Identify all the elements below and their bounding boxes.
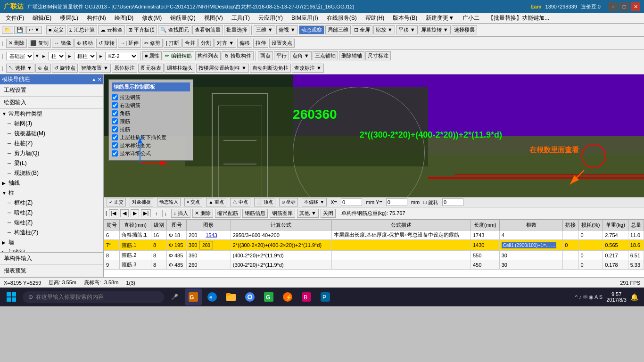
menu-item-h[interactable]: 帮助(H) xyxy=(362,13,388,23)
dynamic-obs-button[interactable]: 动态观察 xyxy=(299,25,324,34)
midpoint-btn[interactable]: △ 中点 xyxy=(230,198,250,206)
taskbar-app-explorer[interactable] xyxy=(223,288,239,305)
element-list-button[interactable]: 构件列表 xyxy=(195,51,221,60)
calc-button[interactable]: Σ 汇总计算 xyxy=(67,25,97,34)
floor-selector[interactable]: 基础层 xyxy=(6,52,34,60)
edit-rebar-button[interactable]: ✏ 编辑钢筋 xyxy=(163,51,194,60)
tree-item-13[interactable]: ▶墙 xyxy=(0,238,103,247)
nav-down-button[interactable]: ↓ xyxy=(162,210,170,217)
rebar-checkbox-7[interactable] xyxy=(112,150,118,156)
set-grip-button[interactable]: 设置夹点 xyxy=(269,39,295,48)
merge-button[interactable]: 合并 xyxy=(182,39,198,48)
auto-corner-button[interactable]: 自动判断边角柱 xyxy=(250,64,291,73)
table-row[interactable]: 6 角箍插筋.1 16 Φ 18 2001543 2950/3+600-40+2… xyxy=(104,230,644,240)
pan-button[interactable]: 平移 ▼ xyxy=(396,25,418,34)
open-button[interactable]: 📁 xyxy=(2,26,13,34)
nav-next-button[interactable]: ▶ xyxy=(131,209,139,217)
element-name-selector[interactable]: KZ-2 xyxy=(105,52,138,60)
other-button[interactable]: 其他 ▼ xyxy=(297,209,319,218)
menu-item-d[interactable]: 绘图(D) xyxy=(111,13,138,23)
tree-item-3[interactable]: ─柱桩(Z) xyxy=(0,139,103,148)
menu-item-m[interactable]: 修改(M) xyxy=(138,13,165,23)
menu-item-l[interactable]: 楼层(L) xyxy=(56,13,82,23)
define-button[interactable]: ■ 定义 xyxy=(46,25,66,34)
tree-item-5[interactable]: ─梁(L) xyxy=(0,158,103,168)
view-rebar-button[interactable]: 查看钢筋量 xyxy=(192,25,223,34)
rotate-point-button[interactable]: ↺ 旋转点 xyxy=(52,64,78,73)
nav-first-button[interactable]: |◀ xyxy=(109,209,119,217)
nav-up-button[interactable]: ↑ xyxy=(153,210,160,217)
rebar-checkbox-4[interactable] xyxy=(112,126,118,132)
menu-item-bimi[interactable]: BIM应用(I) xyxy=(288,13,322,23)
menu-item-q[interactable]: 钢筋量(Q) xyxy=(166,13,199,23)
tree-item-11[interactable]: ─端柱(Z) xyxy=(0,218,103,228)
top-view-button[interactable]: 俯视 ▼ xyxy=(276,25,298,34)
fullscreen-button[interactable]: ⊡ 全屏 xyxy=(352,25,372,34)
report-preview-btn[interactable]: 报表预览 xyxy=(0,265,103,277)
tree-item-8[interactable]: ▼柱 xyxy=(0,188,103,198)
intersection-btn[interactable]: × 交点 xyxy=(184,198,203,206)
screen-rotate-button[interactable]: 屏幕旋转 ▼ xyxy=(419,25,451,34)
delete-button[interactable]: ✕ 删除 xyxy=(6,39,27,48)
tree-item-14[interactable]: ▶门窗洞 xyxy=(0,247,103,252)
split-button[interactable]: 分割 xyxy=(198,39,214,48)
level-floor-button[interactable]: ⊞ 平齐板顶 xyxy=(126,25,157,34)
endpoint-btn[interactable]: ▲ 重点 xyxy=(206,198,226,206)
in-situ-mark-button[interactable]: 原位标注 xyxy=(112,64,137,73)
element-table-button[interactable]: 图元标表 xyxy=(138,64,164,73)
menu-item-n[interactable]: 构件(N) xyxy=(83,13,110,23)
undo-button[interactable]: ↩ ▼ xyxy=(26,26,42,34)
change-mark-button[interactable]: 查改标注 ▼ xyxy=(292,64,324,73)
start-button[interactable] xyxy=(2,288,21,305)
select-mode-button[interactable]: ↖ 选择 ▼ xyxy=(6,64,34,73)
nav-last-button[interactable]: ▶| xyxy=(141,209,151,217)
taskbar-search-bar[interactable]: ⊙ 在这里输入你要搜索的内容 xyxy=(23,291,164,303)
taskbar-app-app2[interactable]: ⚡ xyxy=(279,288,296,305)
snap-btn[interactable]: 对象捕捉 xyxy=(130,198,153,206)
tree-item-1[interactable]: ─轴网(J) xyxy=(0,119,103,129)
properties-button[interactable]: ■ 属性 xyxy=(142,51,162,60)
taskbar-app-app4[interactable]: P xyxy=(317,288,334,305)
coord-btn[interactable]: ⊕ 坐标 xyxy=(279,198,298,206)
taskbar-app-app1[interactable]: G xyxy=(260,288,277,305)
find-element-button[interactable]: 🔍 查找图元 xyxy=(158,25,191,34)
element-type-selector[interactable]: 柱 xyxy=(48,52,66,60)
close-table-button[interactable]: 关闭 xyxy=(321,209,336,218)
rebar-checkbox-2[interactable] xyxy=(112,110,118,116)
menu-item-[interactable]: 广小二 xyxy=(459,13,483,23)
menu-item-b[interactable]: 版本号(B) xyxy=(389,13,421,23)
del-aux-button[interactable]: 删除辅轴 xyxy=(339,51,364,60)
pick-element-button[interactable]: 🖱 拾取构件 xyxy=(222,51,254,60)
menu-item-v[interactable]: 视图(V) xyxy=(200,13,227,23)
taskbar-app-ggj[interactable]: G xyxy=(185,288,202,305)
point-angle-button[interactable]: 点角 ▼ xyxy=(290,51,312,60)
taskbar-app-cortana[interactable]: 🎤 xyxy=(166,288,183,305)
tree-item-10[interactable]: ─暗柱(Z) xyxy=(0,208,103,218)
viewport[interactable]: 钢筋显示控制面板 拉边钢筋右边钢筋角筋箍筋拉筋上层柱插筋下插长度显示标注图元显示… xyxy=(104,74,644,197)
rotate-button[interactable]: ↺ 旋转 xyxy=(96,39,117,48)
tree-item-9[interactable]: ─框柱(Z) xyxy=(0,198,103,208)
move-button[interactable]: ⊕ 移动 xyxy=(74,39,95,48)
three-point-button[interactable]: 三点辅轴 xyxy=(313,51,338,60)
tree-item-4[interactable]: ─剪力墙(Q) xyxy=(0,148,103,158)
menu-item-[interactable]: 新建变更▼ xyxy=(422,13,458,23)
rebar-checkbox-1[interactable] xyxy=(112,102,118,108)
two-point-button[interactable]: 两点 xyxy=(258,51,273,60)
delete-row-button[interactable]: ✕ 删除 xyxy=(192,209,213,218)
rebar-info-button[interactable]: 钢筋信息 xyxy=(242,209,268,218)
maximize-button[interactable]: □ xyxy=(619,2,629,11)
table-row[interactable]: 8 箍筋.2 8 Φ 485 360 (400-2*20)+2*(11.9*d)… xyxy=(104,251,644,260)
insert-button[interactable]: ↓ 插入 xyxy=(171,209,190,218)
taskbar-app-chrome[interactable] xyxy=(241,288,258,305)
notification-icon[interactable]: 🔔 xyxy=(630,293,638,301)
cell-edit-count[interactable]: Cell1 (2900/100)+1=... ... xyxy=(502,242,557,248)
nav-prev-button[interactable]: ◀ xyxy=(120,209,129,217)
tree-item-2[interactable]: ─筏板基础(M) xyxy=(0,129,103,139)
floor-draw-col-button[interactable]: 按楼层位置绘制柱 ▼ xyxy=(196,64,249,73)
taskbar-app-app3[interactable]: B xyxy=(298,288,315,305)
taskbar-app-browser[interactable]: e xyxy=(204,288,221,305)
menu-item-f[interactable]: 文件(F) xyxy=(2,13,28,23)
tree-item-0[interactable]: ▼常用构件类型 xyxy=(0,109,103,119)
project-settings-link[interactable]: 工程设置 xyxy=(0,84,103,97)
menu-item-t[interactable]: 工具(T) xyxy=(228,13,254,23)
